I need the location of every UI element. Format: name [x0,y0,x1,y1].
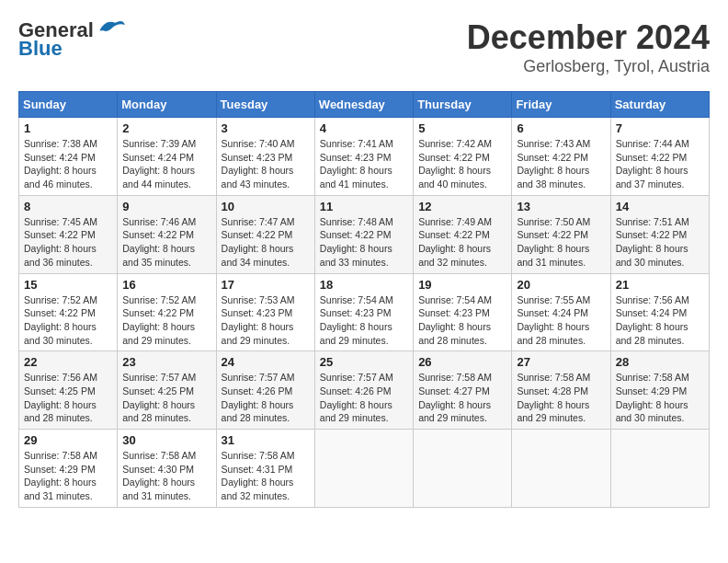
day-info: Sunrise: 7:42 AMSunset: 4:22 PMDaylight:… [418,137,506,191]
calendar-week-row: 22Sunrise: 7:56 AMSunset: 4:25 PMDayligh… [19,351,710,430]
calendar-day-cell: 15Sunrise: 7:52 AMSunset: 4:22 PMDayligh… [19,273,118,351]
calendar-day-cell: 29Sunrise: 7:58 AMSunset: 4:29 PMDayligh… [19,430,118,508]
calendar-day-cell: 24Sunrise: 7:57 AMSunset: 4:26 PMDayligh… [216,351,314,430]
location-title: Gerlosberg, Tyrol, Austria [467,57,710,76]
day-number: 10 [222,200,310,213]
weekday-header-cell: Saturday [610,92,709,118]
day-info: Sunrise: 7:39 AMSunset: 4:24 PMDaylight:… [122,137,210,191]
day-info: Sunrise: 7:57 AMSunset: 4:26 PMDaylight:… [222,371,310,425]
calendar-day-cell: 1Sunrise: 7:38 AMSunset: 4:24 PMDaylight… [19,118,118,196]
calendar-day-cell: 8Sunrise: 7:45 AMSunset: 4:22 PMDaylight… [19,195,118,273]
day-info: Sunrise: 7:44 AMSunset: 4:22 PMDaylight:… [616,137,704,191]
weekday-header-cell: Friday [512,92,610,118]
day-number: 19 [418,278,506,292]
day-info: Sunrise: 7:56 AMSunset: 4:24 PMDaylight:… [616,293,704,348]
day-info: Sunrise: 7:46 AMSunset: 4:22 PMDaylight:… [122,215,210,270]
day-info: Sunrise: 7:52 AMSunset: 4:22 PMDaylight:… [122,293,210,348]
day-number: 17 [222,278,310,292]
day-info: Sunrise: 7:48 AMSunset: 4:22 PMDaylight:… [320,215,408,270]
calendar-day-cell [414,430,512,508]
calendar-day-cell: 2Sunrise: 7:39 AMSunset: 4:24 PMDaylight… [118,118,216,196]
weekday-header-cell: Tuesday [216,92,314,118]
day-number: 11 [320,200,408,213]
day-info: Sunrise: 7:58 AMSunset: 4:27 PMDaylight:… [418,371,506,425]
day-number: 20 [517,278,605,292]
calendar-day-cell: 21Sunrise: 7:56 AMSunset: 4:24 PMDayligh… [610,273,709,351]
calendar-day-cell: 30Sunrise: 7:58 AMSunset: 4:30 PMDayligh… [118,430,216,508]
day-number: 16 [122,278,210,292]
calendar-day-cell: 19Sunrise: 7:54 AMSunset: 4:23 PMDayligh… [414,273,512,351]
calendar-day-cell: 12Sunrise: 7:49 AMSunset: 4:22 PMDayligh… [414,195,512,273]
day-number: 22 [24,355,112,369]
calendar-week-row: 29Sunrise: 7:58 AMSunset: 4:29 PMDayligh… [19,430,710,508]
calendar-day-cell: 25Sunrise: 7:57 AMSunset: 4:26 PMDayligh… [314,351,413,430]
calendar-body: 1Sunrise: 7:38 AMSunset: 4:24 PMDaylight… [19,118,710,508]
calendar-week-row: 8Sunrise: 7:45 AMSunset: 4:22 PMDaylight… [19,195,710,273]
day-number: 27 [517,355,605,369]
calendar-day-cell: 31Sunrise: 7:58 AMSunset: 4:31 PMDayligh… [216,430,314,508]
calendar-day-cell: 4Sunrise: 7:41 AMSunset: 4:23 PMDaylight… [314,118,413,196]
logo: General Blue [18,18,127,61]
day-number: 25 [320,355,408,369]
calendar-week-row: 1Sunrise: 7:38 AMSunset: 4:24 PMDaylight… [19,118,710,196]
day-info: Sunrise: 7:58 AMSunset: 4:28 PMDaylight:… [517,371,605,425]
day-info: Sunrise: 7:55 AMSunset: 4:24 PMDaylight:… [517,293,605,348]
day-info: Sunrise: 7:50 AMSunset: 4:22 PMDaylight:… [517,215,605,270]
logo-bird-icon [96,17,127,37]
day-info: Sunrise: 7:40 AMSunset: 4:23 PMDaylight:… [222,137,310,191]
day-number: 18 [320,278,408,292]
day-number: 29 [24,433,112,447]
day-number: 23 [122,355,210,369]
day-info: Sunrise: 7:38 AMSunset: 4:24 PMDaylight:… [24,137,112,191]
day-info: Sunrise: 7:58 AMSunset: 4:29 PMDaylight:… [24,449,112,503]
day-info: Sunrise: 7:54 AMSunset: 4:23 PMDaylight:… [418,293,506,348]
calendar-day-cell: 6Sunrise: 7:43 AMSunset: 4:22 PMDaylight… [512,118,610,196]
weekday-header-cell: Wednesday [314,92,413,118]
day-number: 4 [320,121,408,135]
calendar-day-cell: 16Sunrise: 7:52 AMSunset: 4:22 PMDayligh… [118,273,216,351]
day-info: Sunrise: 7:57 AMSunset: 4:25 PMDaylight:… [122,371,210,425]
calendar-day-cell: 20Sunrise: 7:55 AMSunset: 4:24 PMDayligh… [512,273,610,351]
day-number: 21 [616,278,704,292]
calendar-day-cell: 9Sunrise: 7:46 AMSunset: 4:22 PMDaylight… [118,195,216,273]
day-number: 5 [418,121,506,135]
day-number: 8 [24,200,112,213]
header: General Blue December 2024 Gerlosberg, T… [18,18,710,76]
day-number: 13 [517,200,605,213]
calendar-day-cell: 13Sunrise: 7:50 AMSunset: 4:22 PMDayligh… [512,195,610,273]
calendar-week-row: 15Sunrise: 7:52 AMSunset: 4:22 PMDayligh… [19,273,710,351]
weekday-header-cell: Sunday [19,92,118,118]
calendar-day-cell: 18Sunrise: 7:54 AMSunset: 4:23 PMDayligh… [314,273,413,351]
day-info: Sunrise: 7:53 AMSunset: 4:23 PMDaylight:… [222,293,310,348]
day-info: Sunrise: 7:47 AMSunset: 4:22 PMDaylight:… [222,215,310,270]
day-info: Sunrise: 7:58 AMSunset: 4:31 PMDaylight:… [222,449,310,503]
month-title: December 2024 [467,18,710,57]
calendar-day-cell: 17Sunrise: 7:53 AMSunset: 4:23 PMDayligh… [216,273,314,351]
calendar-day-cell [610,430,709,508]
calendar-day-cell: 27Sunrise: 7:58 AMSunset: 4:28 PMDayligh… [512,351,610,430]
day-info: Sunrise: 7:57 AMSunset: 4:26 PMDaylight:… [320,371,408,425]
day-info: Sunrise: 7:54 AMSunset: 4:23 PMDaylight:… [320,293,408,348]
day-number: 12 [418,200,506,213]
weekday-header-cell: Monday [118,92,216,118]
weekday-header-cell: Thursday [414,92,512,118]
day-number: 31 [222,433,310,447]
calendar-day-cell: 28Sunrise: 7:58 AMSunset: 4:29 PMDayligh… [610,351,709,430]
day-info: Sunrise: 7:43 AMSunset: 4:22 PMDaylight:… [517,137,605,191]
day-number: 26 [418,355,506,369]
day-info: Sunrise: 7:41 AMSunset: 4:23 PMDaylight:… [320,137,408,191]
calendar-day-cell: 11Sunrise: 7:48 AMSunset: 4:22 PMDayligh… [314,195,413,273]
day-number: 15 [24,278,112,292]
day-number: 2 [122,121,210,135]
calendar-day-cell: 10Sunrise: 7:47 AMSunset: 4:22 PMDayligh… [216,195,314,273]
calendar-day-cell: 5Sunrise: 7:42 AMSunset: 4:22 PMDaylight… [414,118,512,196]
day-info: Sunrise: 7:58 AMSunset: 4:29 PMDaylight:… [616,371,704,425]
day-info: Sunrise: 7:52 AMSunset: 4:22 PMDaylight:… [24,293,112,348]
logo-text-blue: Blue [18,37,63,61]
day-number: 1 [24,121,112,135]
day-number: 3 [222,121,310,135]
day-info: Sunrise: 7:56 AMSunset: 4:25 PMDaylight:… [24,371,112,425]
calendar-day-cell: 14Sunrise: 7:51 AMSunset: 4:22 PMDayligh… [610,195,709,273]
calendar-day-cell [314,430,413,508]
day-number: 6 [517,121,605,135]
